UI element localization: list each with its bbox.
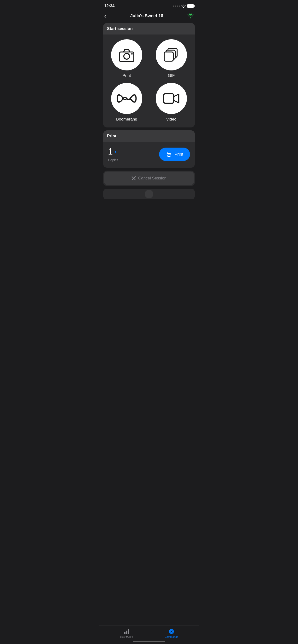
partial-circle <box>145 190 153 198</box>
print-section-card: Print 1 ▾ Copies Print <box>103 130 195 168</box>
status-bar: 12:34 <box>99 0 199 10</box>
gif-label: GIF <box>168 73 175 78</box>
status-time: 12:34 <box>104 4 114 8</box>
boomerang-label: Boomerang <box>116 117 137 122</box>
svg-point-1 <box>124 54 129 59</box>
cancel-session-label: Cancel Session <box>138 176 167 181</box>
camera-icon <box>118 48 135 62</box>
cancel-session-button[interactable]: Cancel Session <box>104 172 194 185</box>
signal-dot-1 <box>173 6 174 7</box>
main-content: Start session Print <box>99 23 199 226</box>
cancel-session-card: Cancel Session <box>103 170 195 186</box>
svg-rect-10 <box>170 154 171 154</box>
start-session-header: Start session <box>103 23 195 34</box>
svg-rect-6 <box>164 94 174 103</box>
session-item-gif[interactable]: GIF <box>153 39 190 78</box>
print-circle <box>111 39 142 70</box>
signal-dots <box>173 6 180 7</box>
tab-spacer <box>103 202 195 226</box>
x-icon <box>131 176 136 180</box>
copies-number: 1 <box>108 146 113 157</box>
video-label: Video <box>166 117 176 122</box>
signal-dot-3 <box>177 6 178 7</box>
nav-header: ‹ Julia's Sweet 16 <box>99 10 199 23</box>
copies-section: 1 ▾ Copies <box>108 146 118 162</box>
status-icons <box>173 4 194 8</box>
svg-rect-5 <box>164 52 173 61</box>
session-item-video[interactable]: Video <box>153 83 190 122</box>
session-grid: Print GIF <box>103 34 195 128</box>
partial-button <box>103 189 195 199</box>
start-session-card: Start session Print <box>103 23 195 128</box>
copies-value: 1 ▾ <box>108 146 118 157</box>
boomerang-circle <box>111 83 142 114</box>
copies-dropdown-icon[interactable]: ▾ <box>115 150 116 154</box>
infinity-icon <box>116 92 137 104</box>
svg-rect-8 <box>168 155 170 156</box>
back-button[interactable]: ‹ <box>104 12 106 19</box>
print-button-label: Print <box>175 152 183 157</box>
video-icon <box>163 91 181 106</box>
signal-dot-4 <box>179 6 180 7</box>
battery-icon <box>187 4 194 8</box>
svg-point-2 <box>131 53 133 54</box>
print-action-button[interactable]: Print <box>159 148 190 161</box>
video-circle <box>156 83 187 114</box>
wifi-status-icon <box>181 4 186 8</box>
gif-circle <box>156 39 187 70</box>
gif-icon <box>163 46 180 64</box>
page-title: Julia's Sweet 16 <box>130 14 163 18</box>
session-item-print[interactable]: Print <box>108 39 145 78</box>
copies-label: Copies <box>108 158 118 162</box>
battery-fill <box>188 5 193 7</box>
printer-icon <box>166 152 172 157</box>
print-section-header: Print <box>103 130 195 142</box>
print-body: 1 ▾ Copies Print <box>103 142 195 168</box>
connection-wifi-icon <box>187 13 194 18</box>
session-item-boomerang[interactable]: Boomerang <box>108 83 145 122</box>
print-label: Print <box>123 73 131 78</box>
signal-dot-2 <box>175 6 176 7</box>
